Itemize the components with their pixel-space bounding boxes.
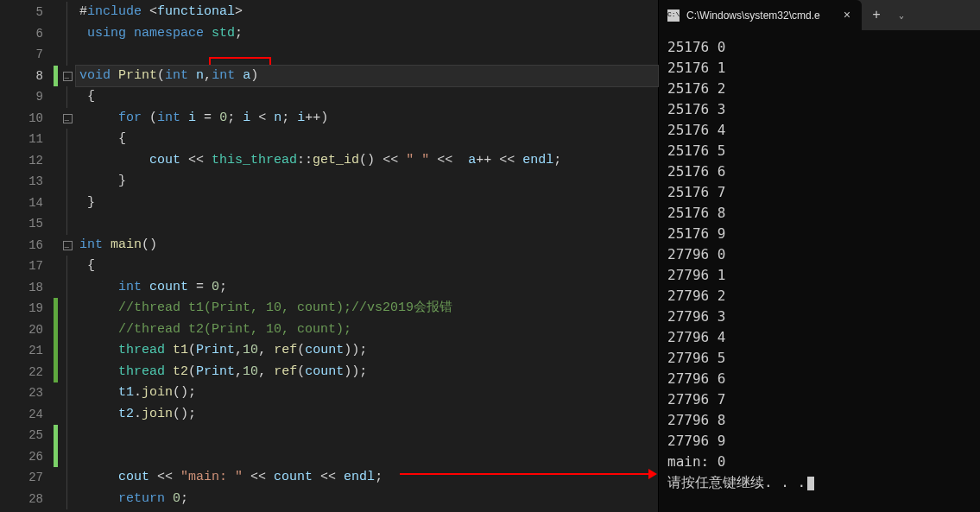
code-line[interactable]: int count = 0; (76, 277, 658, 299)
change-marker (52, 235, 62, 256)
change-marker (52, 340, 62, 362)
fold-guide (62, 150, 76, 172)
code-line[interactable]: for (int i = 0; i < n; i++) (76, 108, 658, 130)
terminal-line: 27796 5 (667, 348, 971, 369)
change-marker (52, 193, 62, 214)
code-line[interactable]: cout << "main: " << count << endl; (76, 467, 658, 489)
fold-guide (62, 2, 76, 23)
terminal-line: 27796 1 (667, 265, 971, 286)
fold-guide (62, 425, 76, 446)
line-number: 9 (0, 86, 52, 108)
line-number: 23 (0, 382, 52, 404)
fold-column (62, 0, 76, 512)
cmd-icon (667, 9, 680, 22)
change-marker (52, 277, 62, 299)
change-marker (52, 150, 62, 172)
fold-guide (62, 256, 76, 277)
code-line[interactable]: t2.join(); (76, 404, 658, 426)
code-line[interactable]: #include <functional> (76, 2, 658, 23)
terminal-line: 25176 1 (667, 58, 971, 79)
change-marker (52, 467, 62, 489)
fold-guide (62, 382, 76, 404)
code-line[interactable]: void Print(int n,int a) (76, 66, 658, 87)
fold-guide (62, 193, 76, 214)
close-tab-button[interactable]: × (839, 9, 855, 22)
terminal-line: 25176 8 (667, 203, 971, 224)
change-marker (52, 213, 62, 235)
fold-guide (62, 489, 76, 510)
code-line[interactable]: { (76, 129, 658, 150)
code-line[interactable]: cout << this_thread::get_id() << " " << … (76, 150, 658, 172)
terminal-line: 25176 5 (667, 141, 971, 161)
terminal-tab[interactable]: C:\Windows\system32\cmd.e × (659, 0, 862, 30)
code-line[interactable]: { (76, 256, 658, 277)
change-marker (52, 404, 62, 426)
code-line[interactable]: using namespace std; (76, 23, 658, 45)
code-line[interactable]: thread t1(Print,10, ref(count)); (76, 340, 658, 362)
fold-guide (62, 129, 76, 150)
code-area[interactable]: 无引用 #include <functional> using namespac… (76, 0, 658, 512)
code-line[interactable]: //thread t1(Print, 10, count);//vs2019会报… (76, 298, 658, 319)
code-line[interactable]: } (76, 171, 658, 193)
change-marker (52, 362, 62, 383)
change-marker (52, 108, 62, 130)
terminal-titlebar: C:\Windows\system32\cmd.e × + ⌄ (659, 0, 980, 30)
fold-toggle[interactable] (62, 66, 76, 87)
change-marker (52, 425, 62, 446)
terminal-line: 25176 7 (667, 182, 971, 203)
fold-toggle[interactable] (62, 108, 76, 130)
tab-dropdown-button[interactable]: ⌄ (891, 10, 912, 21)
code-line[interactable]: return 0; (76, 489, 658, 510)
line-number: 12 (0, 150, 52, 172)
fold-guide (62, 171, 76, 193)
code-line[interactable]: //thread t2(Print, 10, count); (76, 319, 658, 341)
terminal-cursor (807, 477, 814, 490)
fold-toggle[interactable] (62, 235, 76, 256)
change-marker (52, 256, 62, 277)
line-number: 26 (0, 446, 52, 468)
line-number: 14 (0, 193, 52, 214)
terminal-line: 27796 9 (667, 431, 971, 452)
terminal-output[interactable]: 25176 025176 125176 225176 325176 425176… (659, 30, 980, 512)
line-number: 5 (0, 2, 52, 23)
fold-guide (62, 446, 76, 468)
fold-guide (62, 362, 76, 383)
line-number: 19 (0, 298, 52, 319)
terminal-line: 25176 3 (667, 99, 971, 120)
line-number: 15 (0, 213, 52, 235)
terminal-line: 27796 3 (667, 307, 971, 327)
terminal-line: 27796 8 (667, 410, 971, 431)
code-line[interactable] (76, 213, 658, 235)
terminal-line: 27796 2 (667, 286, 971, 307)
code-line[interactable] (76, 446, 658, 468)
line-number: 18 (0, 277, 52, 299)
fold-guide (62, 404, 76, 426)
code-line[interactable]: } (76, 193, 658, 214)
terminal-line: 27796 4 (667, 327, 971, 348)
new-tab-button[interactable]: + (862, 8, 891, 23)
code-line[interactable] (76, 44, 658, 66)
terminal-tab-label: C:\Windows\system32\cmd.e (686, 9, 832, 22)
change-marker (52, 44, 62, 66)
change-marker (52, 129, 62, 150)
line-number: 21 (0, 340, 52, 362)
code-line[interactable] (76, 425, 658, 446)
line-number: 17 (0, 256, 52, 277)
change-marker (52, 319, 62, 341)
fold-guide (62, 44, 76, 66)
line-number: 27 (0, 467, 52, 489)
code-line[interactable]: t1.join(); (76, 382, 658, 404)
line-number: 7 (0, 44, 52, 66)
line-number: 24 (0, 404, 52, 426)
line-number: 10 (0, 108, 52, 130)
code-line[interactable]: int main() (76, 235, 658, 256)
terminal-line: main: 0 (667, 452, 971, 472)
terminal-line: 25176 6 (667, 161, 971, 182)
fold-guide (62, 277, 76, 299)
line-number: 16 (0, 235, 52, 256)
fold-guide (62, 23, 76, 45)
line-number: 22 (0, 362, 52, 383)
change-marker (52, 23, 62, 45)
code-line[interactable]: thread t2(Print,10, ref(count)); (76, 362, 658, 383)
code-line[interactable]: { (76, 86, 658, 108)
